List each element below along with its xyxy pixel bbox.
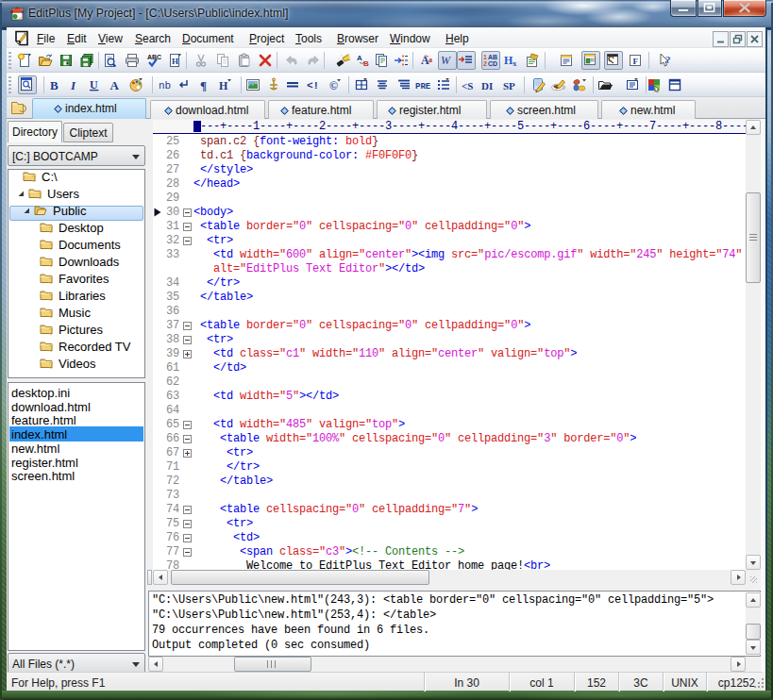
svg-text:©: © — [329, 79, 338, 92]
svg-text:W: W — [441, 54, 451, 67]
svg-text:PRE: PRE — [415, 82, 430, 92]
svg-text:x: x — [513, 58, 517, 68]
svg-text:¶: ¶ — [200, 78, 207, 92]
svg-text:ABC: ABC — [147, 54, 161, 60]
svg-text:?: ? — [665, 54, 671, 65]
svg-text:A: A — [357, 54, 362, 62]
svg-text:I: I — [70, 78, 76, 92]
svg-text:<!··: <!·· — [307, 80, 321, 92]
svg-text:F: F — [633, 57, 639, 66]
svg-text:a: a — [429, 56, 432, 64]
svg-text:B: B — [363, 59, 369, 68]
svg-text:1: 1 — [483, 54, 487, 60]
svg-text:DI: DI — [481, 80, 493, 92]
svg-text:nb: nb — [159, 80, 171, 92]
svg-text:A: A — [110, 78, 120, 92]
svg-text:H: H — [172, 57, 178, 66]
svg-text:CD: CD — [488, 60, 497, 67]
svg-text:SP: SP — [503, 80, 515, 92]
svg-text:AB: AB — [488, 54, 497, 60]
svg-text:B: B — [50, 78, 59, 92]
svg-text:H: H — [219, 79, 228, 92]
svg-text:<S: <S — [462, 80, 473, 92]
svg-text:2: 2 — [483, 60, 487, 67]
